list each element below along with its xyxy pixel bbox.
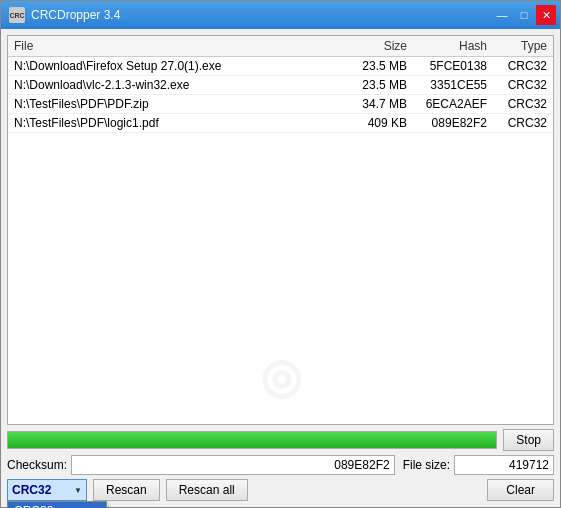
cell-size: 34.7 MB	[339, 96, 409, 112]
cell-file: N:\TestFiles\PDF\PDF.zip	[12, 96, 339, 112]
maximize-button[interactable]: □	[514, 5, 534, 25]
hash-type-dropdown[interactable]: CRC32 ▼ CRC32 MD2 MD4 MD5 SHA1 SHA256 SH…	[7, 479, 87, 501]
table-body: N:\Download\Firefox Setup 27.0(1).exe 23…	[8, 57, 553, 133]
cell-file: N:\TestFiles\PDF\logic1.pdf	[12, 115, 339, 131]
title-bar: crc CRCDropper 3.4 — □ ✕	[1, 1, 560, 29]
checksum-input[interactable]	[71, 455, 395, 475]
dropdown-item-crc32[interactable]: CRC32	[8, 502, 106, 508]
cell-type: CRC32	[489, 96, 549, 112]
table-row[interactable]: N:\TestFiles\PDF\logic1.pdf 409 KB 089E8…	[8, 114, 553, 133]
main-window: crc CRCDropper 3.4 — □ ✕ File Size Hash …	[0, 0, 561, 508]
dropdown-value: CRC32	[12, 483, 51, 497]
cell-size: 409 KB	[339, 115, 409, 131]
dropdown-list: CRC32 MD2 MD4 MD5 SHA1 SHA256 SHA384 SHA…	[7, 501, 107, 508]
app-icon: crc	[9, 7, 25, 23]
cell-type: CRC32	[489, 58, 549, 74]
close-button[interactable]: ✕	[536, 5, 556, 25]
filesize-input[interactable]	[454, 455, 554, 475]
filesize-label: File size:	[403, 458, 450, 472]
dropdown-selected[interactable]: CRC32 ▼	[7, 479, 87, 501]
table-row[interactable]: N:\Download\vlc-2.1.3-win32.exe 23.5 MB …	[8, 76, 553, 95]
file-table: File Size Hash Type N:\Download\Firefox …	[7, 35, 554, 425]
table-header: File Size Hash Type	[8, 36, 553, 57]
header-size: Size	[339, 38, 409, 54]
content-area: File Size Hash Type N:\Download\Firefox …	[1, 29, 560, 507]
header-file: File	[12, 38, 339, 54]
cell-size: 23.5 MB	[339, 58, 409, 74]
progress-row: Stop	[7, 429, 554, 451]
chevron-down-icon: ▼	[74, 486, 82, 495]
cell-type: CRC32	[489, 115, 549, 131]
cell-size: 23.5 MB	[339, 77, 409, 93]
progress-bar-fill	[8, 432, 496, 448]
checksum-group: Checksum:	[7, 455, 395, 475]
stop-button[interactable]: Stop	[503, 429, 554, 451]
header-hash: Hash	[409, 38, 489, 54]
table-row[interactable]: N:\Download\Firefox Setup 27.0(1).exe 23…	[8, 57, 553, 76]
rescan-button[interactable]: Rescan	[93, 479, 160, 501]
cell-hash: 089E82F2	[409, 115, 489, 131]
cell-hash: 3351CE55	[409, 77, 489, 93]
cell-file: N:\Download\Firefox Setup 27.0(1).exe	[12, 58, 339, 74]
header-type: Type	[489, 38, 549, 54]
progress-bar-container	[7, 431, 497, 449]
title-controls: — □ ✕	[492, 5, 556, 25]
checksum-label: Checksum:	[7, 458, 67, 472]
clear-button[interactable]: Clear	[487, 479, 554, 501]
watermark: ◎	[260, 348, 302, 404]
checksum-row: Checksum: File size:	[7, 455, 554, 475]
cell-type: CRC32	[489, 77, 549, 93]
actions-row: CRC32 ▼ CRC32 MD2 MD4 MD5 SHA1 SHA256 SH…	[7, 479, 554, 501]
filesize-group: File size:	[403, 455, 554, 475]
window-title: CRCDropper 3.4	[31, 8, 120, 22]
rescan-all-button[interactable]: Rescan all	[166, 479, 248, 501]
table-row[interactable]: N:\TestFiles\PDF\PDF.zip 34.7 MB 6ECA2AE…	[8, 95, 553, 114]
cell-hash: 6ECA2AEF	[409, 96, 489, 112]
cell-hash: 5FCE0138	[409, 58, 489, 74]
cell-file: N:\Download\vlc-2.1.3-win32.exe	[12, 77, 339, 93]
title-bar-left: crc CRCDropper 3.4	[9, 7, 120, 23]
minimize-button[interactable]: —	[492, 5, 512, 25]
